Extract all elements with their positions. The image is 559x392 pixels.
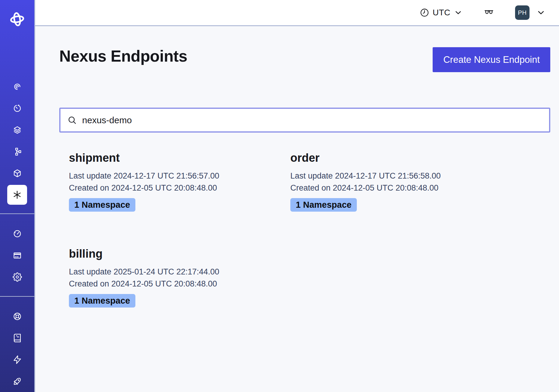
temporal-logo[interactable] <box>0 11 34 27</box>
search-input[interactable] <box>82 115 542 125</box>
topbar: UTC PH <box>35 0 559 26</box>
user-menu: PH <box>515 5 546 20</box>
sidebar-item-nexus[interactable] <box>7 185 27 205</box>
sidebar-item-settings[interactable] <box>7 267 27 287</box>
timezone-label: UTC <box>433 8 450 17</box>
glasses-icon <box>483 8 495 18</box>
sidebar-item-support[interactable] <box>7 306 27 326</box>
namespace-badge: 1 Namespace <box>69 294 135 308</box>
timer-icon <box>13 104 22 113</box>
user-menu-button[interactable] <box>536 8 546 17</box>
page-title: Nexus Endpoints <box>59 47 187 66</box>
endpoint-name: order <box>290 151 550 165</box>
endpoint-created-on: Created on 2024-12-05 UTC 20:08:48.00 <box>290 182 550 194</box>
sidebar-nav-primary <box>0 77 34 205</box>
chevron-down-icon <box>536 8 546 17</box>
cube-icon <box>13 169 22 178</box>
sidebar-item-batch-operations[interactable] <box>7 163 27 183</box>
sidebar-divider <box>0 213 34 214</box>
endpoint-name: shipment <box>69 151 290 165</box>
credit-card-icon <box>13 251 22 260</box>
sidebar-item-usage[interactable] <box>7 224 27 243</box>
sidebar-item-deployments[interactable] <box>7 142 27 161</box>
sidebar <box>0 0 35 392</box>
main-content: Nexus Endpoints Create Nexus Endpoint sh… <box>35 26 559 392</box>
endpoint-grid: shipment Last update 2024-12-17 UTC 21:5… <box>59 151 550 308</box>
endpoint-created-on: Created on 2024-12-05 UTC 20:08:48.00 <box>69 278 290 290</box>
rocket-icon <box>13 377 22 386</box>
gear-icon <box>13 272 22 282</box>
sidebar-item-docs[interactable] <box>7 328 27 348</box>
endpoint-name: billing <box>69 247 290 261</box>
search-icon <box>67 115 77 125</box>
spiral-icon <box>13 82 22 91</box>
sidebar-item-namespaces[interactable] <box>7 120 27 140</box>
lightning-icon <box>13 355 22 364</box>
sidebar-nav-help <box>0 306 34 391</box>
namespace-badge: 1 Namespace <box>69 198 135 212</box>
endpoint-last-update: Last update 2024-12-17 UTC 21:56:57.00 <box>69 170 290 182</box>
endpoint-last-update: Last update 2025-01-24 UTC 22:17:44.00 <box>69 266 290 278</box>
temporal-logo-icon <box>9 11 25 27</box>
page-header: Nexus Endpoints Create Nexus Endpoint <box>59 47 550 72</box>
search-box <box>59 108 550 133</box>
timezone-selector[interactable]: UTC <box>420 8 463 17</box>
gauge-icon <box>13 229 22 238</box>
endpoint-created-on: Created on 2024-12-05 UTC 20:08:48.00 <box>69 182 290 194</box>
clock-icon <box>420 8 429 17</box>
create-nexus-endpoint-button[interactable]: Create Nexus Endpoint <box>433 47 550 72</box>
hierarchy-icon <box>13 147 22 156</box>
sidebar-item-getting-started[interactable] <box>7 371 27 391</box>
endpoint-last-update: Last update 2024-12-17 UTC 21:56:58.00 <box>290 170 550 182</box>
sidebar-divider <box>0 296 34 297</box>
endpoint-card-billing[interactable]: billing Last update 2025-01-24 UTC 22:17… <box>69 247 290 308</box>
avatar[interactable]: PH <box>515 5 530 20</box>
lifebuoy-icon <box>13 312 22 321</box>
sidebar-item-feedback[interactable] <box>7 350 27 369</box>
labs-toggle[interactable] <box>483 8 495 18</box>
endpoint-card-shipment[interactable]: shipment Last update 2024-12-17 UTC 21:5… <box>69 151 290 212</box>
layers-icon <box>13 125 22 135</box>
sidebar-item-billing[interactable] <box>7 245 27 265</box>
sidebar-item-schedules[interactable] <box>7 98 27 118</box>
book-sparkle-icon <box>13 333 22 343</box>
chevron-down-icon <box>454 8 463 17</box>
namespace-badge: 1 Namespace <box>290 198 357 212</box>
sidebar-item-workflows[interactable] <box>7 77 27 96</box>
endpoint-card-order[interactable]: order Last update 2024-12-17 UTC 21:56:5… <box>290 151 550 212</box>
asterisk-icon <box>12 189 23 200</box>
sidebar-nav-account <box>0 224 34 287</box>
